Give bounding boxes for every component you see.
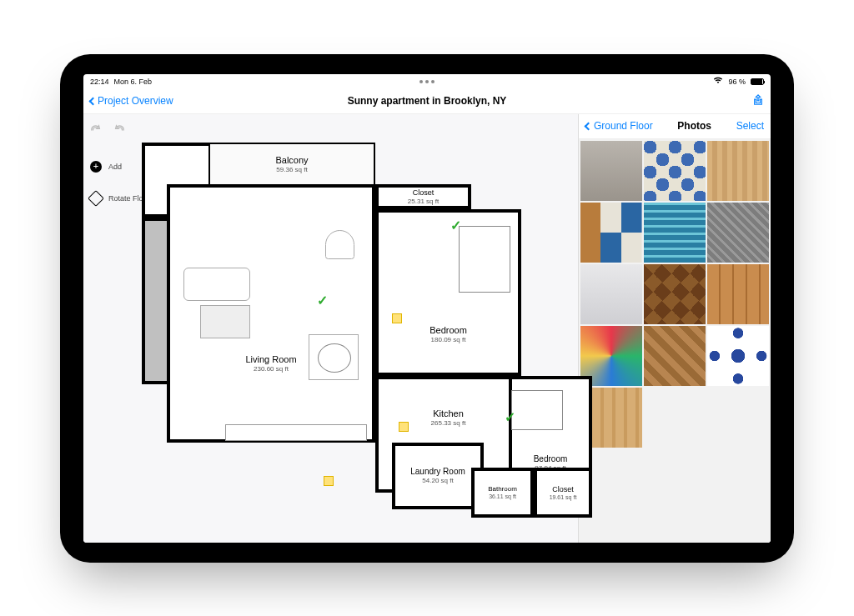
furniture-sofa[interactable] [183, 268, 250, 301]
sticky-note-icon[interactable] [392, 313, 402, 323]
battery-percent: 96 % [728, 78, 746, 86]
select-button[interactable]: Select [736, 120, 764, 132]
chevron-left-icon [585, 122, 593, 130]
add-button[interactable]: + Add [90, 161, 150, 173]
share-icon [752, 94, 764, 106]
undo-button[interactable] [90, 124, 102, 138]
checkmark-icon[interactable]: ✓ [317, 293, 330, 306]
room-closet-1[interactable]: Closet 25.31 sq ft [375, 184, 471, 209]
room-bathroom[interactable]: Bathroom 36.11 sq ft [471, 468, 534, 518]
room-closet-2[interactable]: Closet 19.61 sq ft [534, 468, 592, 518]
page-title: Sunny apartment in Brooklyn, NY [348, 95, 507, 107]
plus-icon: + [90, 161, 102, 173]
wifi-icon [713, 77, 723, 86]
furniture-kitchen-counter[interactable] [225, 424, 367, 441]
back-button[interactable]: Project Overview [90, 95, 173, 107]
photo-thumbnail[interactable] [707, 326, 769, 386]
camera-dots [419, 80, 435, 83]
rotate-floor-button[interactable]: Rotate Floor [90, 193, 150, 204]
room-laundry[interactable]: Laundry Room 54.20 sq ft [392, 443, 484, 509]
status-date: Mon 6. Feb [114, 78, 153, 86]
photo-thumbnail[interactable] [707, 264, 769, 324]
panel-title: Photos [677, 120, 711, 132]
furniture-bed-1[interactable] [459, 226, 510, 293]
panel-back-button[interactable]: Ground Floor [585, 120, 653, 132]
panel-back-label: Ground Floor [594, 120, 653, 132]
furniture-rug[interactable] [200, 305, 250, 338]
screen: 22:14 Mon 6. Feb 96 % Project Overview S… [83, 74, 771, 543]
chevron-left-icon [89, 97, 98, 105]
device-frame: 22:14 Mon 6. Feb 96 % Project Overview S… [60, 54, 794, 563]
battery-icon [751, 78, 764, 85]
add-label: Add [108, 163, 122, 171]
photo-thumbnail[interactable] [580, 203, 642, 263]
rotate-icon [88, 190, 104, 207]
furniture-armchair[interactable] [325, 230, 354, 259]
status-time: 22:14 [90, 78, 109, 86]
photo-thumbnail[interactable] [644, 326, 706, 386]
photo-thumbnail[interactable] [644, 203, 706, 263]
room-balcony[interactable]: Balcony 59.36 sq ft [208, 143, 375, 186]
furniture-dining-set[interactable] [309, 334, 359, 380]
back-label: Project Overview [98, 95, 173, 107]
photos-panel: Ground Floor Photos Select [579, 114, 771, 543]
photo-grid [579, 139, 771, 543]
status-bar: 22:14 Mon 6. Feb 96 % [83, 74, 771, 89]
room-living[interactable]: Living Room 230.60 sq ft [167, 184, 375, 443]
checkmark-icon[interactable]: ✓ [450, 218, 464, 231]
photo-thumbnail[interactable] [707, 203, 769, 263]
sticky-note-icon[interactable] [399, 422, 409, 432]
photo-thumbnail[interactable] [644, 141, 706, 201]
photo-thumbnail[interactable] [580, 264, 642, 324]
nav-bar: Project Overview Sunny apartment in Broo… [83, 89, 771, 114]
sticky-note-icon[interactable] [324, 476, 334, 486]
redo-button[interactable] [113, 124, 125, 138]
floorplan[interactable]: Balcony 59.36 sq ft Living Room 230.60 s… [142, 143, 534, 509]
furniture-bed-2[interactable] [511, 390, 563, 430]
photo-thumbnail[interactable] [580, 141, 642, 201]
floorplan-canvas[interactable]: + Add Rotate Floor Balcony 59.36 sq ft [83, 114, 579, 543]
photo-thumbnail[interactable] [644, 264, 706, 324]
checkmark-icon[interactable]: ✓ [505, 409, 518, 423]
photo-thumbnail[interactable] [707, 141, 769, 201]
share-button[interactable] [752, 94, 764, 108]
